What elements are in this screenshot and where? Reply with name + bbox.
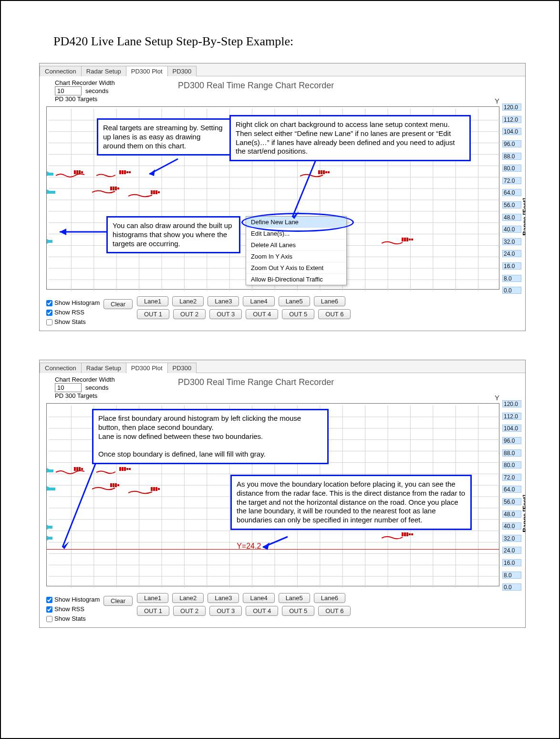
lane3-button[interactable]: Lane3 <box>207 593 239 603</box>
out4-button[interactable]: OUT 4 <box>246 606 278 616</box>
tab-pd300[interactable]: PD300 <box>167 66 197 76</box>
lane2-button[interactable]: Lane2 <box>172 296 204 306</box>
y-tick: 64.0 <box>502 189 521 196</box>
ctx-allow-bidir[interactable]: Allow Bi-Directional Traffic <box>246 274 346 285</box>
arrow-icon <box>145 159 183 178</box>
histogram-marker <box>47 239 52 244</box>
y-tick: 40.0 <box>502 522 521 530</box>
lane4-button[interactable]: Lane4 <box>243 593 274 603</box>
y-tick: 0.0 <box>502 583 521 591</box>
y-letter: Y <box>495 97 499 105</box>
tab-radar-setup[interactable]: Radar Setup <box>81 363 126 373</box>
out3-button[interactable]: OUT 3 <box>209 309 242 319</box>
arrow-icon <box>259 537 292 551</box>
y-tick: 80.0 <box>502 461 521 468</box>
y-axis: Range [Feet] 120.0112.0104.096.088.080.0… <box>500 106 521 290</box>
out-buttons: OUT 1 OUT 2 OUT 3 OUT 4 OUT 5 OUT 6 <box>137 606 351 616</box>
clear-button[interactable]: Clear <box>104 299 133 309</box>
target-cluster <box>119 170 131 175</box>
out5-button[interactable]: OUT 5 <box>282 606 314 616</box>
target-cluster <box>151 190 160 195</box>
clear-button[interactable]: Clear <box>104 596 133 606</box>
target-trace <box>382 533 403 539</box>
y-tick: 112.0 <box>502 116 521 123</box>
check-show-rss[interactable]: Show RSS <box>46 604 100 614</box>
screenshot-1: Connection Radar Setup PD300 Plot PD300 … <box>39 63 526 331</box>
out1-button[interactable]: OUT 1 <box>137 606 169 616</box>
lane5-button[interactable]: Lane5 <box>279 296 310 306</box>
chart-width-units: seconds <box>85 384 108 391</box>
target-trace <box>96 171 120 177</box>
y-tick: 88.0 <box>502 153 521 160</box>
ctx-delete-all-lanes[interactable]: Delete All Lanes <box>246 239 346 251</box>
callout-targets-streaming: Real targets are streaming by. Setting u… <box>97 118 231 156</box>
y-tick: 32.0 <box>502 535 521 542</box>
y-tick: 88.0 <box>502 449 521 457</box>
tab-connection[interactable]: Connection <box>40 66 82 76</box>
y-tick: 104.0 <box>502 128 521 135</box>
lane6-button[interactable]: Lane6 <box>314 593 345 603</box>
y-tick: 0.0 <box>502 287 521 294</box>
check-show-histogram[interactable]: Show Histogram <box>46 298 100 308</box>
target-cluster <box>74 170 83 175</box>
y-tick: 8.0 <box>502 275 521 282</box>
check-show-histogram[interactable]: Show Histogram <box>46 595 100 604</box>
histogram-marker <box>47 189 52 194</box>
out5-button[interactable]: OUT 5 <box>282 309 314 319</box>
y-tick: 16.0 <box>502 559 521 566</box>
arrow-icon <box>54 225 111 239</box>
lane1-button[interactable]: Lane1 <box>137 593 168 603</box>
target-cluster <box>151 487 160 491</box>
y-tick: 24.0 <box>502 547 521 554</box>
check-show-stats[interactable]: Show Stats <box>46 614 100 624</box>
y-tick: 120.0 <box>502 104 521 111</box>
tab-pd300-plot[interactable]: PD300 Plot <box>126 363 168 373</box>
check-show-rss[interactable]: Show RSS <box>46 308 100 317</box>
ctx-zoom-out-y[interactable]: Zoom Out Y Axis to Extent <box>246 262 346 274</box>
lane1-button[interactable]: Lane1 <box>137 296 168 306</box>
out1-button[interactable]: OUT 1 <box>137 309 169 319</box>
y-tick: 32.0 <box>502 238 521 245</box>
ctx-zoom-in-y[interactable]: Zoom In Y Axis <box>246 251 346 262</box>
y-tick: 96.0 <box>502 140 521 147</box>
svg-marker-39 <box>60 229 66 235</box>
tab-bar: Connection Radar Setup PD300 Plot PD300 <box>40 360 525 373</box>
chart-width-input[interactable]: 10 <box>55 383 82 392</box>
tab-connection[interactable]: Connection <box>40 363 82 373</box>
out2-button[interactable]: OUT 2 <box>173 606 206 616</box>
out3-button[interactable]: OUT 3 <box>209 606 242 616</box>
y-tick: 80.0 <box>502 165 521 172</box>
out2-button[interactable]: OUT 2 <box>173 309 206 319</box>
y-tick: 24.0 <box>502 250 521 257</box>
out-buttons: OUT 1 OUT 2 OUT 3 OUT 4 OUT 5 OUT 6 <box>137 309 351 319</box>
svg-line-36 <box>292 159 316 217</box>
tab-pd300[interactable]: PD300 <box>167 363 197 373</box>
y-tick: 96.0 <box>502 437 521 444</box>
out4-button[interactable]: OUT 4 <box>246 309 278 319</box>
arrow-icon <box>59 460 102 551</box>
callout-right-click: Right click on chart background to acces… <box>229 115 471 161</box>
lane2-button[interactable]: Lane2 <box>172 593 204 603</box>
svg-marker-35 <box>149 169 155 176</box>
chart-title: PD300 Real Time Range Chart Recorder <box>178 81 334 91</box>
lane5-button[interactable]: Lane5 <box>279 593 310 603</box>
lane4-button[interactable]: Lane4 <box>243 296 274 306</box>
tab-pd300-plot[interactable]: PD300 Plot <box>126 66 168 76</box>
lane3-button[interactable]: Lane3 <box>207 296 239 306</box>
y-tick: 72.0 <box>502 177 521 184</box>
chart-width-input[interactable]: 10 <box>55 86 82 95</box>
check-show-stats[interactable]: Show Stats <box>46 317 100 327</box>
tab-radar-setup[interactable]: Radar Setup <box>81 66 126 76</box>
out6-button[interactable]: OUT 6 <box>318 606 351 616</box>
y-tick: 48.0 <box>502 214 521 221</box>
chart-width-units: seconds <box>85 87 108 94</box>
y-tick: 40.0 <box>502 226 521 233</box>
lane-buttons: Lane1 Lane2 Lane3 Lane4 Lane5 Lane6 <box>137 593 351 603</box>
targets-label: PD 300 Targets <box>55 392 518 399</box>
y-tick: 56.0 <box>502 201 521 208</box>
out6-button[interactable]: OUT 6 <box>318 309 351 319</box>
target-cluster <box>119 467 131 471</box>
page-title: PD420 Live Lane Setup Step-By-Step Examp… <box>53 34 526 49</box>
lane6-button[interactable]: Lane6 <box>314 296 345 306</box>
y-axis-label: Range [Feet] <box>522 198 526 236</box>
